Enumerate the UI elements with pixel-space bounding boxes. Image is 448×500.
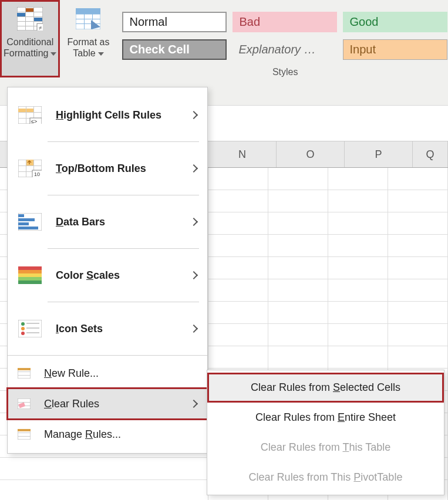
svg-rect-22 — [26, 106, 26, 124]
conditional-formatting-button[interactable]: ≠ Conditional Formatting — [0, 0, 60, 77]
new-rule-icon — [17, 363, 31, 383]
svg-rect-61 — [18, 429, 31, 431]
menu-data-bars[interactable]: Data Bars — [8, 198, 207, 246]
style-explanatory[interactable]: Explanatory … — [233, 39, 337, 60]
color-scales-icon — [17, 265, 43, 285]
conditional-formatting-icon: ≠ — [16, 5, 44, 33]
svg-rect-6 — [33, 7, 34, 31]
menu-label: Icon Sets — [56, 323, 191, 335]
style-normal[interactable]: Normal — [122, 12, 227, 32]
conditional-formatting-menu: ≤> Highlight Cells Rules 10 Top/Bottom R… — [7, 87, 208, 454]
menu-label: Clear Rules — [44, 398, 191, 410]
svg-rect-38 — [18, 227, 38, 229]
menu-icon-sets[interactable]: Icon Sets — [8, 305, 207, 353]
chevron-right-icon — [190, 164, 198, 173]
submenu-label: Clear Rules from This PivotTable — [249, 471, 403, 484]
styles-group-label: Styles — [122, 67, 448, 77]
col-header-q[interactable]: Q — [413, 141, 448, 167]
data-bars-icon — [17, 212, 43, 232]
svg-rect-53 — [18, 368, 31, 370]
chevron-right-icon — [190, 111, 198, 119]
cell-styles-gallery[interactable]: Normal Bad Good Check Cell Explanatory …… — [116, 0, 448, 77]
svg-rect-30 — [26, 160, 26, 177]
chevron-right-icon — [190, 218, 198, 226]
top-bottom-rules-icon: 10 — [17, 158, 43, 178]
col-header-o[interactable]: O — [277, 141, 345, 167]
svg-rect-51 — [26, 332, 39, 333]
menu-highlight-cells-rules[interactable]: ≤> Highlight Cells Rules — [8, 91, 207, 139]
menu-manage-rules[interactable]: Manage Rules... — [8, 419, 207, 450]
svg-rect-14 — [76, 19, 100, 19]
ribbon-label: Format as Table — [67, 36, 109, 59]
svg-rect-12 — [76, 8, 100, 14]
svg-rect-2 — [17, 16, 43, 17]
svg-rect-54 — [18, 371, 31, 372]
svg-rect-44 — [18, 281, 42, 284]
svg-rect-40 — [18, 266, 42, 270]
svg-rect-3 — [17, 21, 43, 22]
style-check-cell[interactable]: Check Cell — [122, 39, 227, 60]
menu-label: Manage Rules... — [44, 428, 197, 441]
svg-point-47 — [21, 327, 25, 330]
svg-rect-49 — [26, 323, 39, 324]
menu-clear-rules[interactable]: Clear Rules — [8, 388, 207, 419]
svg-rect-42 — [18, 273, 42, 277]
svg-rect-27 — [26, 160, 34, 166]
col-header-p[interactable]: P — [345, 141, 413, 167]
manage-rules-icon — [17, 424, 31, 444]
menu-label: Highlight Cells Rules — [56, 109, 191, 121]
style-bad[interactable]: Bad — [233, 12, 337, 32]
chevron-right-icon — [190, 271, 198, 279]
svg-text:≠: ≠ — [39, 25, 42, 31]
svg-rect-63 — [18, 436, 31, 437]
svg-rect-62 — [18, 433, 31, 433]
chevron-right-icon — [190, 325, 198, 333]
submenu-clear-this-pivot: Clear Rules from This PivotTable — [207, 462, 444, 492]
icon-sets-icon — [17, 319, 43, 339]
format-as-table-icon — [74, 5, 102, 33]
svg-rect-20 — [18, 112, 42, 113]
submenu-clear-selected-cells[interactable]: Clear Rules from Selected Cells — [207, 373, 444, 403]
svg-rect-37 — [18, 222, 29, 225]
svg-rect-35 — [18, 214, 24, 217]
svg-rect-57 — [18, 402, 31, 403]
menu-label: Top/Bottom Rules — [56, 163, 191, 175]
svg-rect-5 — [25, 7, 26, 31]
menu-label: Data Bars — [56, 216, 191, 228]
submenu-clear-this-table: Clear Rules from This Table — [207, 433, 444, 462]
highlight-rules-icon: ≤> — [17, 105, 43, 125]
menu-color-scales[interactable]: Color Scales — [8, 251, 207, 299]
svg-text:≤>: ≤> — [31, 119, 37, 124]
clear-rules-icon — [17, 394, 31, 414]
ribbon-label: Conditional Formatting — [4, 36, 56, 59]
style-good[interactable]: Good — [343, 12, 447, 32]
svg-rect-7 — [26, 8, 33, 12]
col-header-n[interactable]: N — [208, 141, 277, 167]
submenu-label: Clear Rules from Selected Cells — [251, 381, 400, 394]
submenu-clear-entire-sheet[interactable]: Clear Rules from Entire Sheet — [207, 403, 444, 433]
svg-rect-1 — [17, 12, 43, 12]
svg-rect-41 — [18, 270, 42, 273]
svg-rect-9 — [34, 18, 42, 21]
svg-rect-55 — [18, 375, 31, 376]
menu-label: Color Scales — [56, 269, 191, 282]
menu-new-rule[interactable]: New Rule... — [8, 358, 207, 388]
svg-point-46 — [21, 322, 25, 326]
svg-text:10: 10 — [34, 171, 40, 177]
svg-rect-15 — [76, 23, 100, 24]
svg-rect-50 — [26, 327, 39, 329]
svg-rect-8 — [17, 13, 25, 16]
format-as-table-button[interactable]: Format as Table — [60, 0, 116, 77]
clear-rules-submenu: Clear Rules from Selected Cells Clear Ru… — [207, 370, 444, 495]
menu-top-bottom-rules[interactable]: 10 Top/Bottom Rules — [8, 144, 207, 192]
svg-point-48 — [21, 332, 25, 335]
menu-label: New Rule... — [44, 367, 197, 380]
submenu-label: Clear Rules from Entire Sheet — [255, 411, 396, 424]
style-input[interactable]: Input — [343, 39, 447, 60]
chevron-right-icon — [190, 400, 198, 408]
svg-rect-43 — [18, 277, 42, 281]
svg-rect-28 — [18, 165, 42, 166]
submenu-label: Clear Rules from This Table — [261, 441, 390, 454]
svg-rect-16 — [84, 8, 85, 29]
svg-rect-36 — [18, 218, 35, 221]
